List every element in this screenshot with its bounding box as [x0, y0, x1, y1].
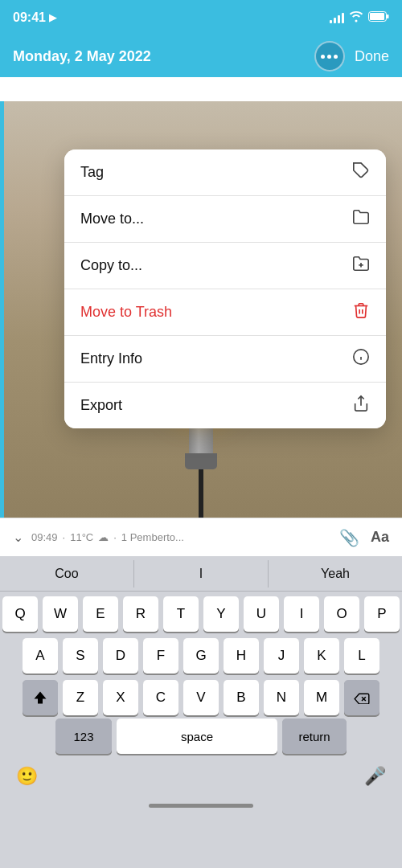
- entry-location: 1 Pemberto...: [121, 531, 184, 543]
- key-j[interactable]: J: [264, 638, 299, 674]
- battery-icon: [368, 11, 389, 24]
- font-size-icon[interactable]: Aa: [371, 529, 389, 546]
- entry-time: 09:49: [31, 531, 58, 543]
- return-key[interactable]: return: [282, 719, 347, 754]
- status-time: 09:41 ▶: [13, 10, 56, 25]
- content-area: Tag Move to... Copy to...: [0, 77, 402, 518]
- keyboard-extras: 🙂 🎤: [0, 759, 402, 794]
- key-f[interactable]: F: [143, 638, 178, 674]
- meta-separator: ·: [63, 531, 66, 543]
- white-top-area: [0, 77, 402, 101]
- numbers-key[interactable]: 123: [55, 719, 112, 754]
- menu-item-move-to[interactable]: Move to...: [64, 196, 386, 243]
- key-l[interactable]: L: [344, 638, 379, 674]
- key-row-1: Q W E R T Y U I O P: [2, 596, 400, 632]
- key-h[interactable]: H: [224, 638, 259, 674]
- space-key[interactable]: space: [117, 719, 277, 754]
- delete-key[interactable]: [344, 680, 379, 715]
- menu-item-entry-info[interactable]: Entry Info: [64, 336, 386, 383]
- done-button[interactable]: Done: [355, 48, 389, 65]
- key-v[interactable]: V: [183, 680, 219, 715]
- key-k[interactable]: K: [304, 638, 339, 674]
- folder-plus-icon: [352, 255, 370, 276]
- key-e[interactable]: E: [83, 596, 118, 632]
- key-r[interactable]: R: [123, 596, 158, 632]
- weather-icon: ☁: [98, 531, 109, 543]
- bottom-left: ⌄ 09:49 · 11°C ☁ · 1 Pemberto...: [13, 530, 184, 545]
- key-c[interactable]: C: [143, 680, 178, 715]
- emoji-icon[interactable]: 🙂: [16, 766, 38, 787]
- location-arrow-icon: ▶: [49, 12, 56, 23]
- shift-key[interactable]: [23, 680, 58, 715]
- menu-label-move-to: Move to...: [80, 211, 144, 227]
- microphone-icon[interactable]: 🎤: [364, 766, 386, 787]
- attachment-icon[interactable]: 📎: [339, 528, 359, 547]
- svg-rect-1: [370, 13, 384, 20]
- home-indicator: [0, 794, 402, 817]
- autocomplete-yeah[interactable]: Yeah: [269, 560, 402, 588]
- key-rows: Q W E R T Y U I O P A S D F G H J K L: [0, 592, 402, 719]
- context-menu: Tag Move to... Copy to...: [64, 149, 386, 428]
- key-q[interactable]: Q: [2, 596, 38, 632]
- keyboard: Coo I Yeah Q W E R T Y U I O P A S D F G…: [0, 556, 402, 817]
- key-o[interactable]: O: [324, 596, 359, 632]
- chevron-down-icon[interactable]: ⌄: [13, 530, 23, 545]
- entry-temperature: 11°C: [70, 531, 93, 543]
- key-row-3: Z X C V B N M: [2, 680, 400, 715]
- key-b[interactable]: B: [224, 680, 259, 715]
- status-bar: 09:41 ▶: [0, 0, 402, 35]
- key-i[interactable]: I: [284, 596, 319, 632]
- key-t[interactable]: T: [163, 596, 199, 632]
- key-row-2: A S D F G H J K L: [2, 638, 400, 674]
- status-icons: [330, 11, 389, 25]
- share-icon: [352, 395, 370, 416]
- menu-label-copy-to: Copy to...: [80, 257, 142, 274]
- time-display: 09:41: [13, 10, 46, 25]
- home-bar: [149, 804, 253, 808]
- menu-item-copy-to[interactable]: Copy to...: [64, 243, 386, 289]
- key-p[interactable]: P: [364, 596, 400, 632]
- menu-item-export[interactable]: Export: [64, 383, 386, 428]
- menu-item-tag[interactable]: Tag: [64, 149, 386, 196]
- header-actions: Done: [314, 41, 389, 72]
- key-u[interactable]: U: [244, 596, 279, 632]
- key-m[interactable]: M: [304, 680, 339, 715]
- key-row-bottom: 123 space return: [0, 719, 402, 759]
- key-n[interactable]: N: [264, 680, 299, 715]
- key-x[interactable]: X: [103, 680, 138, 715]
- app-header: Monday, 2 May 2022 Done: [0, 35, 402, 77]
- autocomplete-coo[interactable]: Coo: [0, 560, 134, 588]
- avatar-dots: [321, 55, 338, 59]
- key-g[interactable]: G: [183, 638, 219, 674]
- key-y[interactable]: Y: [203, 596, 239, 632]
- tag-icon: [352, 162, 370, 183]
- svg-marker-10: [35, 692, 47, 704]
- menu-label-tag: Tag: [80, 164, 104, 181]
- key-d[interactable]: D: [103, 638, 138, 674]
- menu-item-move-to-trash[interactable]: Move to Trash: [64, 289, 386, 336]
- menu-label-export: Export: [80, 397, 122, 414]
- folder-icon: [352, 208, 370, 230]
- key-z[interactable]: Z: [63, 680, 98, 715]
- key-a[interactable]: A: [23, 638, 58, 674]
- meta-separator2: ·: [113, 531, 117, 543]
- autocomplete-bar: Coo I Yeah: [0, 556, 402, 592]
- menu-label-entry-info: Entry Info: [80, 350, 142, 367]
- autocomplete-i[interactable]: I: [134, 560, 269, 588]
- avatar-button[interactable]: [314, 41, 345, 72]
- key-w[interactable]: W: [43, 596, 78, 632]
- info-icon: [352, 348, 370, 370]
- wifi-icon: [349, 11, 363, 25]
- blue-accent-line: [0, 101, 4, 518]
- svg-rect-2: [387, 14, 389, 18]
- trash-icon: [352, 301, 370, 323]
- entry-meta: 09:49 · 11°C ☁ · 1 Pemberto...: [31, 531, 184, 543]
- bottom-right: 📎 Aa: [339, 528, 389, 547]
- header-date: Monday, 2 May 2022: [13, 48, 151, 65]
- menu-label-move-to-trash: Move to Trash: [80, 304, 172, 321]
- key-s[interactable]: S: [63, 638, 98, 674]
- bottom-toolbar: ⌄ 09:49 · 11°C ☁ · 1 Pemberto... 📎 Aa: [0, 518, 402, 556]
- signal-icon: [330, 12, 344, 23]
